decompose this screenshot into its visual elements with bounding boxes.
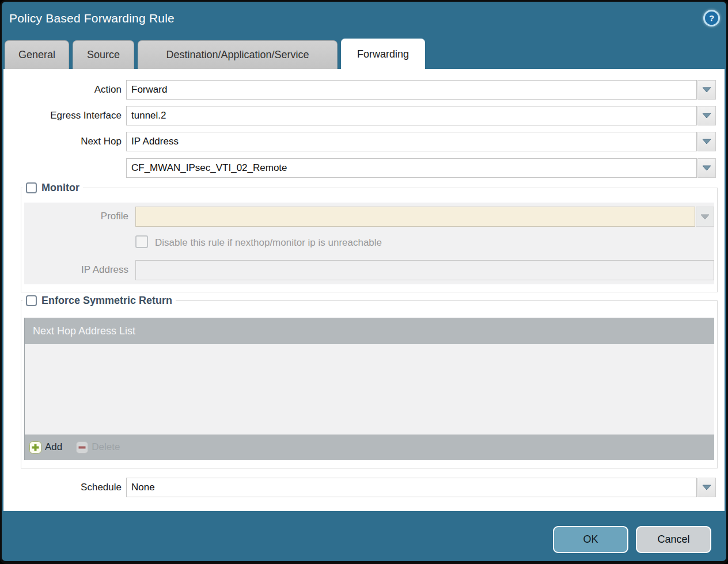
delete-label: Delete — [92, 441, 120, 453]
schedule-label: Schedule — [3, 482, 122, 493]
chevron-down-icon — [702, 165, 711, 171]
profile-dropdown — [135, 207, 714, 227]
plus-icon — [29, 441, 41, 454]
action-value[interactable]: Forward — [126, 80, 697, 100]
egress-interface-value[interactable]: tunnel.2 — [126, 106, 697, 125]
ok-button[interactable]: OK — [553, 526, 628, 553]
schedule-dropdown-button[interactable] — [697, 478, 716, 497]
chevron-down-icon — [702, 485, 711, 490]
chevron-down-icon — [702, 139, 711, 144]
tab-label: Source — [87, 49, 120, 61]
profile-label: Profile — [21, 211, 128, 222]
table-body[interactable] — [25, 344, 714, 435]
next-hop-address-dropdown[interactable]: CF_MWAN_IPsec_VTI_02_Remote — [126, 158, 716, 178]
action-label: Action — [3, 84, 122, 96]
disable-rule-label: Disable this rule if nexthop/monitor ip … — [155, 237, 382, 249]
monitor-ip-address-input — [135, 260, 714, 280]
delete-button: Delete — [76, 441, 120, 454]
next-hop-address-value[interactable]: CF_MWAN_IPsec_VTI_02_Remote — [126, 158, 697, 178]
egress-interface-dropdown[interactable]: tunnel.2 — [126, 106, 716, 125]
help-glyph: ? — [709, 13, 714, 23]
cancel-label: Cancel — [657, 533, 689, 546]
profile-value — [135, 207, 695, 227]
dialog-title: Policy Based Forwarding Rule — [9, 12, 175, 25]
action-dropdown[interactable]: Forward — [126, 80, 716, 100]
tab-source[interactable]: Source — [73, 40, 134, 69]
next-hop-label: Next Hop — [3, 136, 122, 147]
cancel-button[interactable]: Cancel — [636, 526, 711, 553]
ok-label: OK — [583, 533, 598, 546]
tab-label: Forwarding — [357, 48, 409, 60]
next-hop-address-table: Next Hop Address List Add — [24, 318, 714, 460]
tab-general[interactable]: General — [5, 40, 69, 69]
tab-forwarding[interactable]: Forwarding — [341, 39, 425, 69]
tab-destination-application-service[interactable]: Destination/Application/Service — [138, 40, 338, 69]
table-header: Next Hop Address List — [25, 318, 714, 344]
enforce-symmetric-return-legend: Enforce Symmetric Return — [41, 295, 172, 307]
minus-icon — [76, 441, 88, 454]
chevron-down-icon — [700, 214, 710, 220]
next-hop-type-value[interactable]: IP Address — [126, 132, 697, 151]
add-label: Add — [45, 441, 62, 453]
help-icon[interactable]: ? — [703, 10, 720, 26]
schedule-value[interactable]: None — [126, 478, 697, 497]
monitor-checkbox[interactable] — [26, 182, 37, 193]
forwarding-tab-panel: Action Forward Egress Interface tunnel.2… — [3, 69, 725, 511]
tab-label: Destination/Application/Service — [166, 49, 309, 61]
policy-based-forwarding-rule-dialog: Policy Based Forwarding Rule ? General S… — [0, 0, 728, 564]
egress-interface-label: Egress Interface — [3, 110, 122, 121]
profile-dropdown-button — [696, 207, 714, 227]
chevron-down-icon — [702, 113, 711, 119]
enforce-symmetric-return-checkbox[interactable] — [26, 295, 37, 306]
chevron-down-icon — [702, 87, 711, 93]
schedule-dropdown[interactable]: None — [126, 478, 716, 497]
monitor-group: Monitor Profile Disable this rule if nex… — [21, 182, 718, 292]
action-dropdown-button[interactable] — [697, 80, 716, 100]
next-hop-address-dropdown-button[interactable] — [697, 158, 716, 178]
table-footer: Add Delete — [25, 435, 714, 460]
monitor-legend: Monitor — [41, 182, 79, 194]
tab-label: General — [18, 49, 55, 61]
next-hop-type-dropdown[interactable]: IP Address — [126, 132, 716, 151]
egress-interface-dropdown-button[interactable] — [697, 106, 716, 125]
add-button[interactable]: Add — [29, 441, 62, 454]
disable-rule-checkbox — [135, 235, 148, 248]
monitor-ip-address-label: IP Address — [21, 264, 128, 276]
enforce-symmetric-return-group: Enforce Symmetric Return Next Hop Addres… — [21, 295, 718, 468]
next-hop-type-dropdown-button[interactable] — [697, 132, 716, 151]
